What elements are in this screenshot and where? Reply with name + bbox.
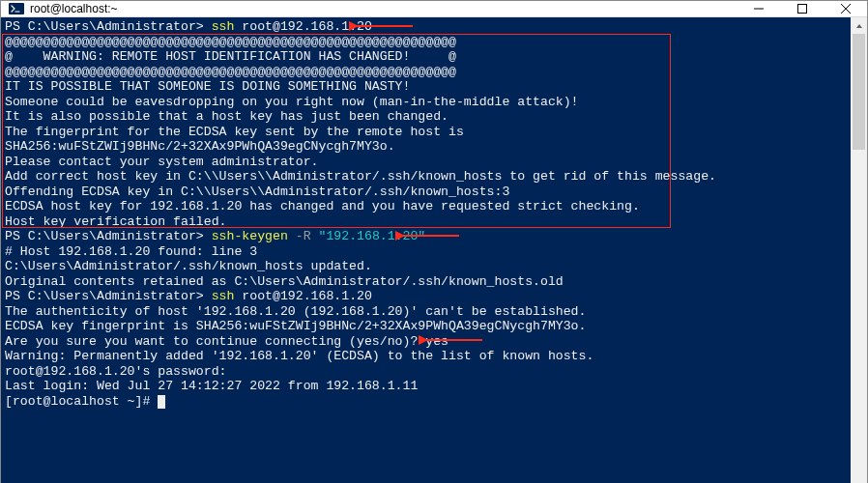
output-line: Last login: Wed Jul 27 14:12:27 2022 fro… [5,379,418,393]
warning-border: @@@@@@@@@@@@@@@@@@@@@@@@@@@@@@@@@@@@@@@@… [5,65,456,79]
cmd-ssh: ssh [212,289,235,303]
output-line: Host key verification failed. [5,214,227,229]
close-button[interactable] [824,1,867,16]
terminal-output[interactable]: PS C:\Users\Administrator> ssh root@192.… [1,17,851,483]
titlebar-left: root@localhost:~ [1,1,118,16]
cmd-arg: root@192.168.1.20 [234,19,371,34]
cmd-sshkeygen: ssh-keygen [212,229,288,243]
output-line: Please contact your system administrator… [5,155,318,169]
maximize-button[interactable] [780,1,824,16]
warning-border: @@@@@@@@@@@@@@@@@@@@@@@@@@@@@@@@@@@@@@@@… [5,35,456,49]
powershell-icon [9,1,24,16]
vertical-scrollbar[interactable] [851,17,867,483]
scrollbar-thumb[interactable] [853,34,865,150]
scrollbar-track[interactable] [851,34,867,483]
warning-text: @ WARNING: REMOTE HOST IDENTIFICATION HA… [5,49,456,64]
ps-prompt: PS C:\Users\Administrator> [5,289,212,303]
shell-prompt: [root@localhost ~]# [5,394,158,409]
output-line: Warning: Permanently added '192.168.1.20… [5,349,593,363]
cmd-arg: root@192.168.1.20 [234,289,371,303]
output-line: root@192.168.1.20's password: [5,364,227,379]
cursor [158,395,165,409]
output-line: Add correct host key in C:\\Users\\Admin… [5,169,716,184]
cmd-flag: -R [288,229,311,243]
cmd-ssh: ssh [212,19,235,34]
user-input-yes: yes [425,334,448,349]
ssh-terminal-window: root@localhost:~ PS C:\Users\Administrat… [0,0,868,483]
svg-rect-2 [797,5,806,14]
ps-prompt: PS C:\Users\Administrator> [5,19,212,34]
output-line: The fingerprint for the ECDSA key sent b… [5,125,464,139]
output-line: Are you sure you want to continue connec… [5,334,425,349]
output-line: SHA256:wuFStZWIj9BHNc/2+32XAx9PWhQA39egC… [5,139,395,154]
output-line: IT IS POSSIBLE THAT SOMEONE IS DOING SOM… [5,79,410,94]
output-line: Offending ECDSA key in C:\\Users\\Admini… [5,185,509,199]
window-title: root@localhost:~ [30,2,118,15]
output-line: It is also possible that a host key has … [5,109,448,124]
ps-prompt: PS C:\Users\Administrator> [5,229,212,243]
titlebar[interactable]: root@localhost:~ [1,1,867,17]
output-line: C:\Users\Administrator/.ssh/known_hosts … [5,259,372,273]
window-controls [737,1,867,16]
output-line: The authenticity of host '192.168.1.20 (… [5,304,586,319]
output-line: # Host 192.168.1.20 found: line 3 [5,244,257,259]
minimize-button[interactable] [737,1,780,16]
output-line: ECDSA host key for 192.168.1.20 has chan… [5,199,640,213]
output-line: Someone could be eavesdropping on you ri… [5,95,579,109]
svg-rect-0 [9,3,24,14]
window-body: PS C:\Users\Administrator> ssh root@192.… [1,17,867,483]
cmd-arg-ip: "192.168.1.20" [311,229,426,243]
scroll-up-button[interactable] [851,17,867,34]
output-line: ECDSA key fingerprint is SHA256:wuFStZWI… [5,319,586,333]
output-line: Original contents retained as C:\Users\A… [5,274,564,289]
